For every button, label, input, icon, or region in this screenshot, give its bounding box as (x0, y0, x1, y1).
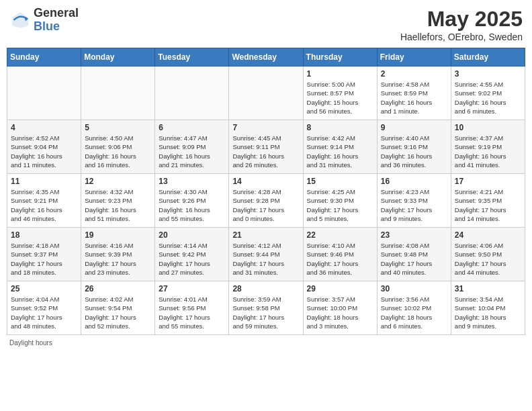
cell-info: Sunrise: 4:58 AM Sunset: 8:59 PM Dayligh… (381, 80, 447, 116)
day-number: 14 (232, 177, 299, 186)
day-number: 21 (232, 230, 299, 240)
calendar-cell: 2Sunrise: 4:58 AM Sunset: 8:59 PM Daylig… (377, 66, 451, 120)
calendar-cell: 26Sunrise: 4:02 AM Sunset: 9:54 PM Dayli… (81, 281, 155, 335)
day-number: 22 (307, 230, 373, 240)
cell-info: Sunrise: 4:04 AM Sunset: 9:52 PM Dayligh… (11, 295, 77, 330)
page-header: General Blue May 2025 Haellefors, OErebr… (7, 7, 525, 42)
cell-info: Sunrise: 4:42 AM Sunset: 9:14 PM Dayligh… (307, 134, 373, 169)
calendar-cell (81, 66, 155, 120)
day-number: 20 (159, 230, 225, 240)
cell-info: Sunrise: 4:40 AM Sunset: 9:16 PM Dayligh… (381, 134, 447, 169)
cell-info: Sunrise: 3:59 AM Sunset: 9:58 PM Dayligh… (232, 295, 299, 330)
calendar-cell: 22Sunrise: 4:10 AM Sunset: 9:46 PM Dayli… (303, 228, 377, 281)
cell-info: Sunrise: 4:28 AM Sunset: 9:28 PM Dayligh… (232, 187, 299, 223)
calendar-cell: 9Sunrise: 4:40 AM Sunset: 9:16 PM Daylig… (377, 120, 451, 174)
day-number: 26 (85, 284, 151, 293)
calendar-cell: 6Sunrise: 4:47 AM Sunset: 9:09 PM Daylig… (155, 120, 229, 174)
day-number: 24 (455, 230, 521, 240)
day-number: 2 (381, 69, 447, 79)
day-number: 10 (455, 123, 521, 132)
calendar-cell (7, 66, 81, 120)
calendar-cell: 16Sunrise: 4:23 AM Sunset: 9:33 PM Dayli… (377, 174, 451, 228)
calendar-cell: 21Sunrise: 4:12 AM Sunset: 9:44 PM Dayli… (229, 228, 303, 281)
logo-blue-text: Blue (34, 20, 79, 34)
calendar-cell: 28Sunrise: 3:59 AM Sunset: 9:58 PM Dayli… (229, 281, 303, 335)
day-header-tuesday: Tuesday (155, 48, 229, 66)
cell-info: Sunrise: 4:16 AM Sunset: 9:39 PM Dayligh… (85, 241, 151, 277)
calendar-cell: 25Sunrise: 4:04 AM Sunset: 9:52 PM Dayli… (7, 281, 81, 335)
day-number: 30 (381, 284, 447, 293)
day-number: 4 (11, 123, 77, 132)
day-header-sunday: Sunday (7, 48, 81, 66)
day-header-thursday: Thursday (303, 48, 377, 66)
cell-info: Sunrise: 4:02 AM Sunset: 9:54 PM Dayligh… (85, 295, 151, 330)
day-number: 13 (159, 177, 225, 186)
calendar-cell: 13Sunrise: 4:30 AM Sunset: 9:26 PM Dayli… (155, 174, 229, 228)
cell-info: Sunrise: 4:25 AM Sunset: 9:30 PM Dayligh… (307, 187, 373, 223)
calendar-table: SundayMondayTuesdayWednesdayThursdayFrid… (7, 48, 525, 335)
cell-info: Sunrise: 4:08 AM Sunset: 9:48 PM Dayligh… (381, 241, 447, 277)
cell-info: Sunrise: 4:12 AM Sunset: 9:44 PM Dayligh… (232, 241, 299, 277)
day-headers-row: SundayMondayTuesdayWednesdayThursdayFrid… (7, 48, 525, 66)
day-header-monday: Monday (81, 48, 155, 66)
cell-info: Sunrise: 4:01 AM Sunset: 9:56 PM Dayligh… (159, 295, 225, 330)
day-number: 31 (455, 284, 521, 293)
logo-text: General Blue (34, 7, 79, 34)
calendar-cell: 18Sunrise: 4:18 AM Sunset: 9:37 PM Dayli… (7, 228, 81, 281)
calendar-cell: 15Sunrise: 4:25 AM Sunset: 9:30 PM Dayli… (303, 174, 377, 228)
cell-info: Sunrise: 4:45 AM Sunset: 9:11 PM Dayligh… (232, 134, 299, 169)
calendar-cell: 23Sunrise: 4:08 AM Sunset: 9:48 PM Dayli… (377, 228, 451, 281)
cell-info: Sunrise: 4:14 AM Sunset: 9:42 PM Dayligh… (159, 241, 225, 277)
calendar-cell: 10Sunrise: 4:37 AM Sunset: 9:19 PM Dayli… (451, 120, 525, 174)
day-number: 17 (455, 177, 521, 186)
cell-info: Sunrise: 4:30 AM Sunset: 9:26 PM Dayligh… (159, 187, 225, 223)
calendar-cell: 5Sunrise: 4:50 AM Sunset: 9:06 PM Daylig… (81, 120, 155, 174)
calendar-title: May 2025 (400, 7, 523, 32)
week-row-1: 1Sunrise: 5:00 AM Sunset: 8:57 PM Daylig… (7, 66, 525, 120)
calendar-cell: 27Sunrise: 4:01 AM Sunset: 9:56 PM Dayli… (155, 281, 229, 335)
footer: Daylight hours (7, 339, 525, 347)
calendar-cell: 12Sunrise: 4:32 AM Sunset: 9:23 PM Dayli… (81, 174, 155, 228)
cell-info: Sunrise: 4:47 AM Sunset: 9:09 PM Dayligh… (159, 134, 225, 169)
calendar-cell: 14Sunrise: 4:28 AM Sunset: 9:28 PM Dayli… (229, 174, 303, 228)
daylight-hours-label: Daylight hours (9, 339, 52, 347)
day-number: 16 (381, 177, 447, 186)
day-number: 15 (307, 177, 373, 186)
day-number: 27 (159, 284, 225, 293)
day-header-wednesday: Wednesday (229, 48, 303, 66)
day-number: 3 (455, 69, 521, 79)
calendar-cell: 3Sunrise: 4:55 AM Sunset: 9:02 PM Daylig… (451, 66, 525, 120)
day-number: 1 (307, 69, 373, 79)
calendar-cell: 17Sunrise: 4:21 AM Sunset: 9:35 PM Dayli… (451, 174, 525, 228)
logo-icon (9, 9, 31, 31)
day-number: 18 (11, 230, 77, 240)
calendar-cell: 19Sunrise: 4:16 AM Sunset: 9:39 PM Dayli… (81, 228, 155, 281)
calendar-cell: 20Sunrise: 4:14 AM Sunset: 9:42 PM Dayli… (155, 228, 229, 281)
title-block: May 2025 Haellefors, OErebro, Sweden (400, 7, 523, 42)
cell-info: Sunrise: 4:55 AM Sunset: 9:02 PM Dayligh… (455, 80, 521, 116)
day-number: 8 (307, 123, 373, 132)
calendar-cell: 24Sunrise: 4:06 AM Sunset: 9:50 PM Dayli… (451, 228, 525, 281)
cell-info: Sunrise: 4:50 AM Sunset: 9:06 PM Dayligh… (85, 134, 151, 169)
cell-info: Sunrise: 3:56 AM Sunset: 10:02 PM Daylig… (381, 295, 447, 330)
day-number: 23 (381, 230, 447, 240)
day-number: 9 (381, 123, 447, 132)
day-number: 5 (85, 123, 151, 132)
day-number: 28 (232, 284, 299, 293)
calendar-cell: 7Sunrise: 4:45 AM Sunset: 9:11 PM Daylig… (229, 120, 303, 174)
week-row-4: 18Sunrise: 4:18 AM Sunset: 9:37 PM Dayli… (7, 228, 525, 281)
calendar-cell: 1Sunrise: 5:00 AM Sunset: 8:57 PM Daylig… (303, 66, 377, 120)
calendar-cell: 29Sunrise: 3:57 AM Sunset: 10:00 PM Dayl… (303, 281, 377, 335)
week-row-3: 11Sunrise: 4:35 AM Sunset: 9:21 PM Dayli… (7, 174, 525, 228)
calendar-cell: 11Sunrise: 4:35 AM Sunset: 9:21 PM Dayli… (7, 174, 81, 228)
cell-info: Sunrise: 3:57 AM Sunset: 10:00 PM Daylig… (307, 295, 373, 330)
calendar-location: Haellefors, OErebro, Sweden (400, 32, 523, 42)
logo-general-text: General (34, 7, 79, 20)
cell-info: Sunrise: 5:00 AM Sunset: 8:57 PM Dayligh… (307, 80, 373, 116)
day-number: 7 (232, 123, 299, 132)
calendar-cell: 31Sunrise: 3:54 AM Sunset: 10:04 PM Dayl… (451, 281, 525, 335)
cell-info: Sunrise: 4:06 AM Sunset: 9:50 PM Dayligh… (455, 241, 521, 277)
day-header-saturday: Saturday (451, 48, 525, 66)
calendar-cell: 4Sunrise: 4:52 AM Sunset: 9:04 PM Daylig… (7, 120, 81, 174)
calendar-cell (155, 66, 229, 120)
